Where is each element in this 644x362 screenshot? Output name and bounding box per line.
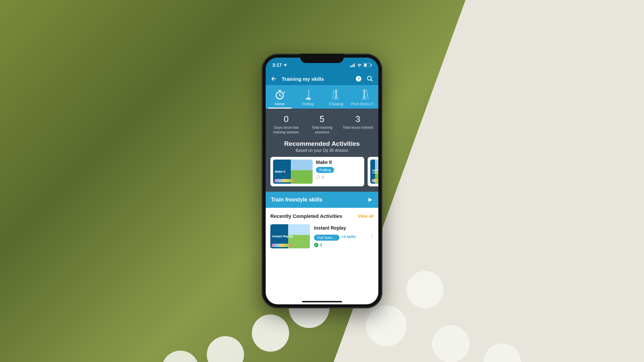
tab-label: Home bbox=[266, 102, 293, 106]
stat-label: Total hours trained bbox=[340, 125, 376, 130]
background-image: 3:17 bbox=[0, 0, 644, 362]
train-freestyle-button[interactable]: Train freestyle skills bbox=[266, 192, 378, 208]
svg-rect-2 bbox=[353, 64, 354, 67]
tab-putting[interactable]: Putting bbox=[294, 85, 322, 109]
stat-value: 3 bbox=[340, 115, 376, 123]
putter-icon bbox=[294, 88, 321, 101]
tab-home[interactable]: Home bbox=[266, 85, 294, 109]
page-title: Training my skills bbox=[282, 76, 351, 82]
tab-label: Putting bbox=[294, 102, 321, 106]
thumbnail-badges bbox=[274, 179, 294, 182]
play-icon bbox=[367, 196, 373, 203]
thumbnail-title: Make It bbox=[275, 170, 285, 173]
thumbnail-badges bbox=[372, 179, 378, 182]
train-freestyle-label: Train freestyle skills bbox=[271, 197, 322, 203]
check-circle-icon bbox=[316, 175, 320, 179]
chevron-right-icon bbox=[370, 234, 374, 239]
recent-activity-card[interactable]: Instant Replay Instant Replay Full Swin…… bbox=[270, 222, 374, 250]
back-button[interactable] bbox=[270, 75, 278, 82]
activity-title: Make It bbox=[316, 160, 362, 165]
battery-icon bbox=[364, 63, 372, 67]
activity-card-make-it[interactable]: Make It Make It Putting 0 bbox=[270, 157, 364, 186]
activity-title: Instant Replay bbox=[314, 225, 366, 231]
pitch-icon bbox=[351, 88, 378, 101]
svg-point-12 bbox=[363, 89, 366, 92]
phone-frame: 3:17 bbox=[262, 54, 382, 308]
svg-text:?: ? bbox=[357, 76, 360, 81]
svg-point-11 bbox=[335, 89, 337, 92]
activity-count: 0 bbox=[322, 175, 324, 180]
thumbnail-title: Right Cent… bbox=[372, 169, 378, 174]
tab-chipping[interactable]: Chipping bbox=[322, 85, 350, 109]
stat-total-sessions: 5 Total training sessions bbox=[304, 115, 340, 135]
skill-tabs: Home Putting Chipping bbox=[266, 85, 378, 109]
more-skills-label: +3 skills bbox=[341, 235, 356, 239]
tab-label: Chipping bbox=[323, 102, 350, 106]
location-icon bbox=[283, 63, 287, 67]
status-time: 3:17 bbox=[272, 62, 282, 68]
stat-label: Days since last training session bbox=[268, 125, 304, 135]
activity-count: 1 bbox=[320, 243, 322, 247]
svg-rect-3 bbox=[354, 63, 355, 67]
tab-pitch-shots[interactable]: Pitch Shots (10-30… bbox=[350, 85, 378, 109]
thumbnail-title: Instant Replay bbox=[272, 235, 293, 238]
stats-row: 0 Days since last training session 5 Tot… bbox=[266, 109, 378, 140]
app-header: Training my skills ? bbox=[266, 72, 378, 85]
recommended-carousel[interactable]: Make It Make It Putting 0 bbox=[266, 157, 378, 186]
phone-screen: 3:17 bbox=[266, 58, 378, 304]
recent-title: Recently Completed Activities bbox=[270, 213, 342, 219]
home-indicator[interactable] bbox=[302, 301, 342, 302]
recommended-title: Recommended Activities bbox=[266, 140, 378, 147]
skill-chip: Full Swin… bbox=[314, 235, 339, 241]
stat-value: 0 bbox=[268, 115, 304, 123]
skill-chip: Putting bbox=[316, 167, 334, 173]
stat-days-since: 0 Days since last training session bbox=[268, 115, 304, 135]
wifi-icon bbox=[357, 63, 362, 67]
recommended-section: Recommended Activities Based on your Op … bbox=[266, 140, 378, 192]
stat-label: Total training sessions bbox=[304, 125, 340, 135]
recent-section: Recently Completed Activities View all I… bbox=[266, 208, 378, 253]
svg-point-13 bbox=[316, 175, 320, 179]
thumbnail-badges bbox=[272, 244, 292, 247]
activity-thumbnail: Instant Replay bbox=[270, 224, 310, 248]
stat-total-hours: 3 Total hours trained bbox=[340, 115, 376, 135]
recommended-subtitle: Based on your Op 36 division bbox=[266, 148, 378, 153]
svg-rect-6 bbox=[371, 64, 372, 66]
tab-label: Pitch Shots (10-30… bbox=[351, 102, 378, 106]
chipping-icon bbox=[323, 88, 350, 101]
search-button[interactable] bbox=[366, 75, 374, 82]
phone-notch bbox=[300, 54, 344, 63]
check-circle-filled-icon bbox=[314, 243, 319, 247]
stopwatch-icon bbox=[266, 88, 293, 101]
stat-value: 5 bbox=[304, 115, 340, 123]
svg-rect-0 bbox=[350, 66, 351, 67]
svg-point-9 bbox=[368, 76, 372, 80]
svg-rect-5 bbox=[364, 64, 367, 66]
activity-card-peek[interactable]: Right Cent… bbox=[368, 157, 378, 186]
help-button[interactable]: ? bbox=[355, 75, 362, 82]
activity-thumbnail: Make It bbox=[273, 160, 313, 184]
view-all-link[interactable]: View all bbox=[358, 214, 374, 219]
cellular-icon bbox=[350, 63, 355, 67]
activity-thumbnail: Right Cent… bbox=[370, 160, 378, 184]
svg-rect-1 bbox=[351, 65, 352, 67]
